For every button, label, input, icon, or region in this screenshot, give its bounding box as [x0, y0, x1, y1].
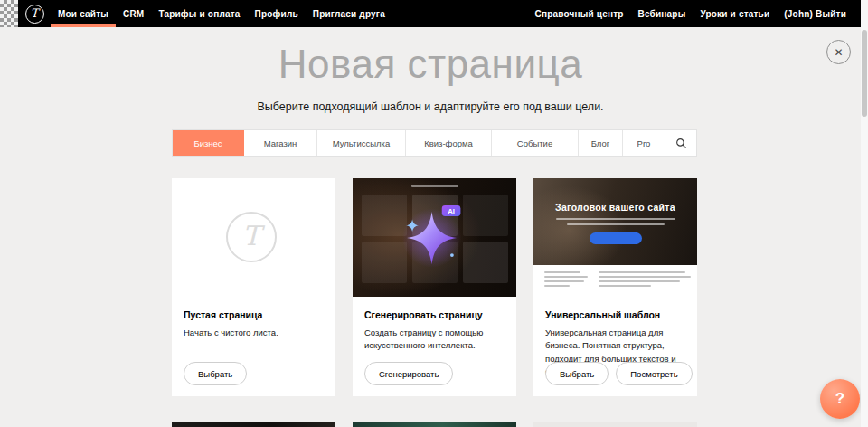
choose-universal-button[interactable]: Выбрать: [545, 362, 609, 385]
tab-search[interactable]: [665, 130, 696, 156]
generate-button[interactable]: Сгенерировать: [364, 362, 453, 385]
card-actions: Выбрать Посмотреть: [545, 362, 693, 385]
preview-cta-button: [590, 232, 642, 244]
help-button[interactable]: ?: [820, 379, 860, 419]
next-row-card-preview[interactable]: [533, 422, 697, 427]
nav-my-sites[interactable]: Мои сайты: [51, 0, 116, 27]
preview-text-column: [599, 271, 691, 297]
card-description: Создать страницу с помощью искусственног…: [364, 327, 505, 353]
page-title: Новая страница: [0, 42, 861, 87]
topbar: T Мои сайты CRM Тарифы и оплата Профиль …: [0, 0, 861, 27]
card-title: Пустая страница: [184, 309, 324, 320]
tab-multilink[interactable]: Мультиссылка: [317, 130, 406, 156]
universal-template-preview[interactable]: Заголовок вашего сайта: [533, 178, 697, 297]
scrollbar[interactable]: [861, 0, 868, 427]
primary-nav: Мои сайты CRM Тарифы и оплата Профиль Пр…: [51, 0, 392, 27]
nav-tariffs-payment[interactable]: Тарифы и оплата: [151, 0, 247, 27]
next-row-card-preview[interactable]: [353, 422, 516, 427]
tilda-logo-icon: T: [25, 5, 44, 24]
nav-lessons-articles[interactable]: Уроки и статьи: [693, 0, 777, 27]
next-row-card-preview[interactable]: [172, 422, 335, 427]
checker-pattern: [0, 0, 18, 27]
tab-pro[interactable]: Pro: [623, 130, 665, 156]
card-description: Начать с чистого листа.: [184, 327, 324, 339]
nav-webinars[interactable]: Вебинары: [631, 0, 693, 27]
card-title: Универсальный шаблон: [545, 309, 685, 320]
card-body: Пустая страница Начать с чистого листа. …: [172, 297, 335, 396]
scrollbar-thumb[interactable]: [862, 30, 867, 117]
ai-sparkle-icon: AI: [396, 200, 474, 272]
ai-badge: AI: [448, 207, 455, 215]
blank-template-preview[interactable]: T: [172, 178, 335, 297]
nav-crm[interactable]: CRM: [116, 0, 151, 27]
page-subtitle: Выберите подходящий шаблон и адаптируйте…: [0, 100, 861, 113]
tab-business[interactable]: Бизнес: [173, 130, 244, 156]
search-icon: [675, 138, 687, 149]
card-body: Сгенерировать страницу Создать страницу …: [353, 297, 516, 396]
card-body: Универсальный шаблон Универсальная стран…: [533, 297, 697, 396]
preview-text-line: [567, 223, 665, 225]
card-actions: Сгенерировать: [364, 362, 453, 385]
tilda-watermark-icon: T: [226, 212, 277, 262]
tab-quiz-form[interactable]: Квиз-форма: [406, 130, 492, 156]
close-button[interactable]: ✕: [826, 40, 851, 64]
view-universal-button[interactable]: Посмотреть: [616, 362, 692, 385]
nav-help-center[interactable]: Справочный центр: [527, 0, 630, 27]
ai-template-preview[interactable]: AI: [353, 178, 516, 297]
card-title: Сгенерировать страницу: [364, 309, 505, 320]
nav-profile[interactable]: Профиль: [248, 0, 306, 27]
close-icon: ✕: [834, 47, 843, 58]
nav-logout[interactable]: (John) Выйти: [777, 0, 854, 27]
secondary-nav: Справочный центр Вебинары Уроки и статьи…: [527, 0, 861, 27]
template-card-blank: T Пустая страница Начать с чистого листа…: [172, 178, 335, 396]
preview-text-column: [544, 271, 588, 297]
tab-event[interactable]: Событие: [492, 130, 579, 156]
preview-header-line: [411, 185, 458, 187]
nav-invite-friend[interactable]: Пригласи друга: [306, 0, 392, 27]
preview-hero-title: Заголовок вашего сайта: [533, 178, 697, 213]
tab-shop[interactable]: Магазин: [244, 130, 317, 156]
preview-text-section: [533, 265, 697, 297]
tilda-logo[interactable]: T: [18, 0, 51, 27]
preview-hero: Заголовок вашего сайта: [533, 178, 697, 265]
tilda-new-page-screen: T Мои сайты CRM Тарифы и оплата Профиль …: [0, 0, 868, 427]
card-actions: Выбрать: [184, 362, 247, 385]
preview-text-line: [556, 218, 675, 220]
choose-blank-button[interactable]: Выбрать: [184, 362, 247, 385]
tab-blog[interactable]: Блог: [579, 130, 623, 156]
template-category-tabs: Бизнес Магазин Мультиссылка Квиз-форма С…: [172, 129, 697, 157]
template-card-universal: Заголовок вашего сайта Универсальный шаб…: [533, 178, 697, 396]
template-card-ai: AI Сгенерировать страницу Создать страни…: [353, 178, 516, 396]
